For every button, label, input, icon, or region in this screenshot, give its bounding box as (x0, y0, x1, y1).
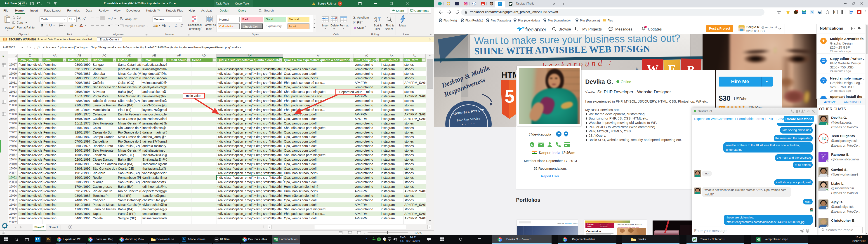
svg-text:5: 5 (504, 86, 515, 106)
svg-text:$: $ (531, 143, 533, 146)
svg-text:main value: main value (186, 94, 202, 98)
svg-text:Separated value: Separated value (339, 90, 362, 94)
